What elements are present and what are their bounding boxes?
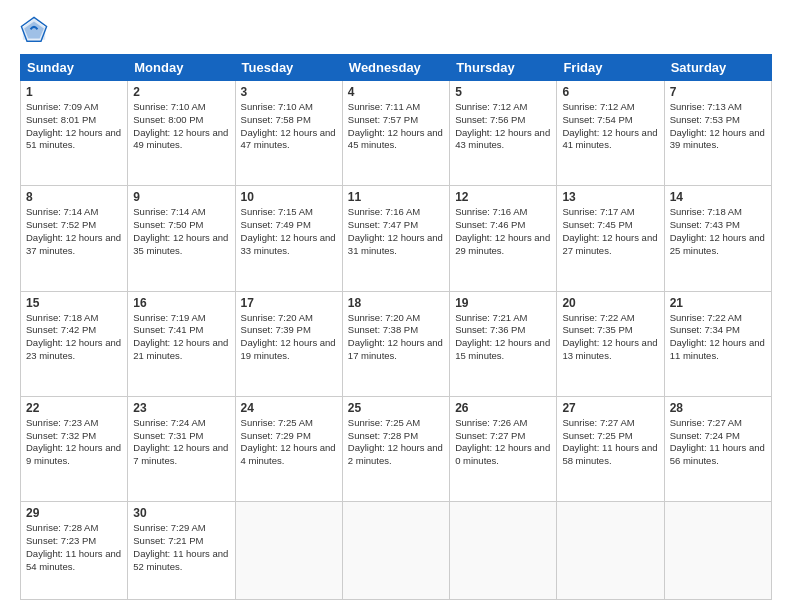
day-number: 14	[670, 190, 766, 204]
day-info: Sunrise: 7:25 AM Sunset: 7:28 PM Dayligh…	[348, 417, 444, 468]
calendar-week-3: 15Sunrise: 7:18 AM Sunset: 7:42 PM Dayli…	[21, 291, 772, 396]
day-number: 26	[455, 401, 551, 415]
day-info: Sunrise: 7:10 AM Sunset: 7:58 PM Dayligh…	[241, 101, 337, 152]
col-header-thursday: Thursday	[450, 55, 557, 81]
day-info: Sunrise: 7:09 AM Sunset: 8:01 PM Dayligh…	[26, 101, 122, 152]
calendar-table: SundayMondayTuesdayWednesdayThursdayFrid…	[20, 54, 772, 600]
day-info: Sunrise: 7:16 AM Sunset: 7:46 PM Dayligh…	[455, 206, 551, 257]
day-info: Sunrise: 7:19 AM Sunset: 7:41 PM Dayligh…	[133, 312, 229, 363]
day-number: 19	[455, 296, 551, 310]
day-number: 25	[348, 401, 444, 415]
day-info: Sunrise: 7:16 AM Sunset: 7:47 PM Dayligh…	[348, 206, 444, 257]
calendar-cell: 24Sunrise: 7:25 AM Sunset: 7:29 PM Dayli…	[235, 396, 342, 501]
day-info: Sunrise: 7:24 AM Sunset: 7:31 PM Dayligh…	[133, 417, 229, 468]
day-number: 24	[241, 401, 337, 415]
day-number: 21	[670, 296, 766, 310]
day-number: 2	[133, 85, 229, 99]
day-info: Sunrise: 7:14 AM Sunset: 7:52 PM Dayligh…	[26, 206, 122, 257]
day-number: 29	[26, 506, 122, 520]
day-info: Sunrise: 7:20 AM Sunset: 7:38 PM Dayligh…	[348, 312, 444, 363]
calendar-cell: 26Sunrise: 7:26 AM Sunset: 7:27 PM Dayli…	[450, 396, 557, 501]
day-info: Sunrise: 7:18 AM Sunset: 7:42 PM Dayligh…	[26, 312, 122, 363]
calendar-cell	[664, 502, 771, 600]
col-header-saturday: Saturday	[664, 55, 771, 81]
calendar-cell	[235, 502, 342, 600]
day-info: Sunrise: 7:25 AM Sunset: 7:29 PM Dayligh…	[241, 417, 337, 468]
calendar-cell: 11Sunrise: 7:16 AM Sunset: 7:47 PM Dayli…	[342, 186, 449, 291]
day-info: Sunrise: 7:13 AM Sunset: 7:53 PM Dayligh…	[670, 101, 766, 152]
day-info: Sunrise: 7:10 AM Sunset: 8:00 PM Dayligh…	[133, 101, 229, 152]
day-number: 12	[455, 190, 551, 204]
day-number: 1	[26, 85, 122, 99]
day-number: 7	[670, 85, 766, 99]
day-info: Sunrise: 7:27 AM Sunset: 7:24 PM Dayligh…	[670, 417, 766, 468]
calendar-week-5: 29Sunrise: 7:28 AM Sunset: 7:23 PM Dayli…	[21, 502, 772, 600]
day-info: Sunrise: 7:15 AM Sunset: 7:49 PM Dayligh…	[241, 206, 337, 257]
calendar-header-row: SundayMondayTuesdayWednesdayThursdayFrid…	[21, 55, 772, 81]
calendar-cell: 17Sunrise: 7:20 AM Sunset: 7:39 PM Dayli…	[235, 291, 342, 396]
calendar-cell: 10Sunrise: 7:15 AM Sunset: 7:49 PM Dayli…	[235, 186, 342, 291]
calendar-cell: 1Sunrise: 7:09 AM Sunset: 8:01 PM Daylig…	[21, 81, 128, 186]
calendar-cell: 18Sunrise: 7:20 AM Sunset: 7:38 PM Dayli…	[342, 291, 449, 396]
logo-icon	[20, 16, 48, 44]
day-number: 20	[562, 296, 658, 310]
day-info: Sunrise: 7:23 AM Sunset: 7:32 PM Dayligh…	[26, 417, 122, 468]
calendar-cell: 8Sunrise: 7:14 AM Sunset: 7:52 PM Daylig…	[21, 186, 128, 291]
day-info: Sunrise: 7:12 AM Sunset: 7:56 PM Dayligh…	[455, 101, 551, 152]
day-info: Sunrise: 7:21 AM Sunset: 7:36 PM Dayligh…	[455, 312, 551, 363]
day-number: 13	[562, 190, 658, 204]
day-number: 6	[562, 85, 658, 99]
col-header-wednesday: Wednesday	[342, 55, 449, 81]
calendar-cell	[342, 502, 449, 600]
calendar-cell: 7Sunrise: 7:13 AM Sunset: 7:53 PM Daylig…	[664, 81, 771, 186]
calendar-cell: 22Sunrise: 7:23 AM Sunset: 7:32 PM Dayli…	[21, 396, 128, 501]
calendar-cell	[450, 502, 557, 600]
calendar-cell: 4Sunrise: 7:11 AM Sunset: 7:57 PM Daylig…	[342, 81, 449, 186]
calendar-cell: 15Sunrise: 7:18 AM Sunset: 7:42 PM Dayli…	[21, 291, 128, 396]
logo	[20, 16, 52, 44]
calendar-cell: 3Sunrise: 7:10 AM Sunset: 7:58 PM Daylig…	[235, 81, 342, 186]
calendar-cell: 14Sunrise: 7:18 AM Sunset: 7:43 PM Dayli…	[664, 186, 771, 291]
day-info: Sunrise: 7:12 AM Sunset: 7:54 PM Dayligh…	[562, 101, 658, 152]
day-info: Sunrise: 7:22 AM Sunset: 7:35 PM Dayligh…	[562, 312, 658, 363]
calendar-cell: 9Sunrise: 7:14 AM Sunset: 7:50 PM Daylig…	[128, 186, 235, 291]
page: SundayMondayTuesdayWednesdayThursdayFrid…	[0, 0, 792, 612]
calendar-cell: 28Sunrise: 7:27 AM Sunset: 7:24 PM Dayli…	[664, 396, 771, 501]
col-header-sunday: Sunday	[21, 55, 128, 81]
day-number: 28	[670, 401, 766, 415]
day-info: Sunrise: 7:27 AM Sunset: 7:25 PM Dayligh…	[562, 417, 658, 468]
day-number: 3	[241, 85, 337, 99]
day-info: Sunrise: 7:18 AM Sunset: 7:43 PM Dayligh…	[670, 206, 766, 257]
day-info: Sunrise: 7:26 AM Sunset: 7:27 PM Dayligh…	[455, 417, 551, 468]
day-info: Sunrise: 7:17 AM Sunset: 7:45 PM Dayligh…	[562, 206, 658, 257]
day-number: 10	[241, 190, 337, 204]
day-info: Sunrise: 7:14 AM Sunset: 7:50 PM Dayligh…	[133, 206, 229, 257]
day-number: 18	[348, 296, 444, 310]
day-number: 27	[562, 401, 658, 415]
col-header-friday: Friday	[557, 55, 664, 81]
calendar-cell: 21Sunrise: 7:22 AM Sunset: 7:34 PM Dayli…	[664, 291, 771, 396]
day-number: 11	[348, 190, 444, 204]
calendar-cell: 27Sunrise: 7:27 AM Sunset: 7:25 PM Dayli…	[557, 396, 664, 501]
col-header-tuesday: Tuesday	[235, 55, 342, 81]
header	[20, 16, 772, 44]
calendar-cell: 13Sunrise: 7:17 AM Sunset: 7:45 PM Dayli…	[557, 186, 664, 291]
day-number: 17	[241, 296, 337, 310]
day-number: 9	[133, 190, 229, 204]
calendar-cell: 25Sunrise: 7:25 AM Sunset: 7:28 PM Dayli…	[342, 396, 449, 501]
calendar-cell: 30Sunrise: 7:29 AM Sunset: 7:21 PM Dayli…	[128, 502, 235, 600]
day-number: 15	[26, 296, 122, 310]
calendar-cell: 5Sunrise: 7:12 AM Sunset: 7:56 PM Daylig…	[450, 81, 557, 186]
day-number: 5	[455, 85, 551, 99]
calendar-week-1: 1Sunrise: 7:09 AM Sunset: 8:01 PM Daylig…	[21, 81, 772, 186]
day-number: 4	[348, 85, 444, 99]
calendar-week-2: 8Sunrise: 7:14 AM Sunset: 7:52 PM Daylig…	[21, 186, 772, 291]
day-number: 8	[26, 190, 122, 204]
day-info: Sunrise: 7:29 AM Sunset: 7:21 PM Dayligh…	[133, 522, 229, 573]
calendar-cell: 2Sunrise: 7:10 AM Sunset: 8:00 PM Daylig…	[128, 81, 235, 186]
calendar-cell: 29Sunrise: 7:28 AM Sunset: 7:23 PM Dayli…	[21, 502, 128, 600]
day-info: Sunrise: 7:11 AM Sunset: 7:57 PM Dayligh…	[348, 101, 444, 152]
calendar-cell: 6Sunrise: 7:12 AM Sunset: 7:54 PM Daylig…	[557, 81, 664, 186]
day-number: 30	[133, 506, 229, 520]
day-number: 16	[133, 296, 229, 310]
